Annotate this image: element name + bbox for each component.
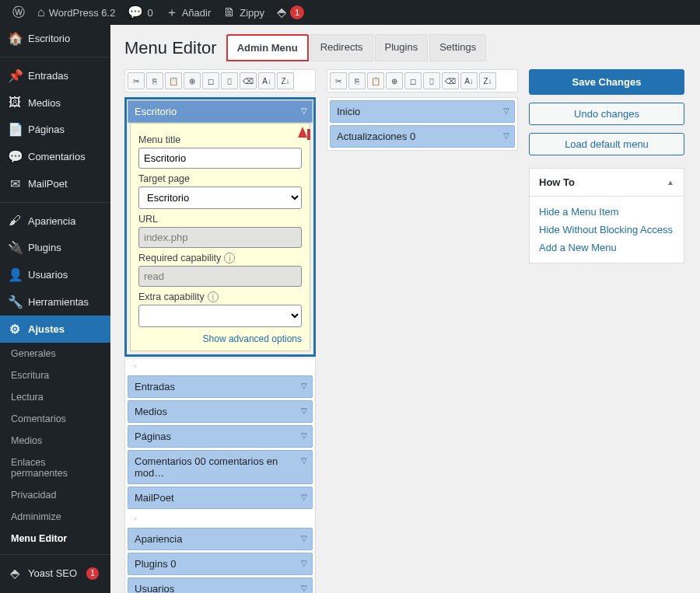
add-new[interactable]: ＋Añadir — [159, 0, 218, 25]
expand-toggle-icon[interactable]: ▽ — [301, 559, 307, 567]
menu-item[interactable]: Apariencia▽ — [128, 528, 313, 550]
sidebar-item-apariencia[interactable]: 🖌Apariencia — [0, 202, 110, 234]
tab-admin-menu[interactable]: Admin Menu — [226, 34, 309, 61]
sidebar-sub-enlaces-permanentes[interactable]: Enlaces permanentes — [0, 452, 110, 484]
menu-list-1: Entradas▽Medios▽Páginas▽Comentarios 00 c… — [124, 359, 316, 593]
sidebar-item-medios[interactable]: 🖼Medios — [0, 89, 110, 116]
site-name[interactable]: ⌂WordPress 6.2 — [31, 0, 121, 25]
mid-toolbar: ✂⎘📋⊕◻⌷⌫A↓Z↓ — [327, 69, 518, 92]
sort-desc-button[interactable]: Z↓ — [277, 72, 294, 89]
add-button[interactable]: ⊕ — [386, 72, 403, 89]
copy-button[interactable]: ⎘ — [146, 72, 163, 89]
info-icon[interactable]: i — [224, 253, 235, 263]
delete-button[interactable]: ⌫ — [240, 72, 257, 89]
sidebar-sub-menu-editor[interactable]: Menu Editor — [0, 528, 110, 549]
new-separator-button[interactable]: ⌷ — [423, 72, 440, 89]
menu-separator[interactable] — [128, 511, 313, 525]
expand-toggle-icon[interactable]: ▽ — [301, 406, 307, 415]
show-advanced-link[interactable]: Show advanced options — [203, 333, 302, 344]
howto-link[interactable]: Hide Without Blocking Access — [539, 221, 674, 239]
menu-item-label: Actualizaciones 0 — [337, 131, 415, 142]
sidebar-item-escritorio[interactable]: 🏠Escritorio — [0, 25, 110, 52]
sidebar-sub-lectura[interactable]: Lectura — [0, 386, 110, 408]
sidebar-item-usuarios[interactable]: 👤Usuarios — [0, 261, 110, 288]
collapse-toggle-icon[interactable]: ▽ — [301, 106, 307, 115]
extra-cap-select[interactable] — [138, 305, 302, 327]
tab-plugins[interactable]: Plugins — [375, 34, 429, 61]
hide-button[interactable]: ◻ — [202, 72, 219, 89]
target-page-select[interactable]: Escritorio — [138, 187, 302, 209]
menu-title-input[interactable] — [138, 148, 302, 169]
sidebar-sub-adminimize[interactable]: Adminimize — [0, 506, 110, 528]
sidebar-item-plugins[interactable]: 🔌Plugins — [0, 234, 110, 261]
menu-item[interactable]: MailPoet▽ — [128, 487, 313, 509]
menu-item[interactable]: Plugins 0▽ — [128, 553, 313, 575]
howto-link[interactable]: Add a New Menu — [539, 239, 674, 256]
sidebar-sub-generales[interactable]: Generales — [0, 343, 110, 365]
menu-item[interactable]: Comentarios 00 comentarios en mod…▽ — [128, 450, 313, 484]
paste-button[interactable]: 📋 — [165, 72, 182, 89]
add-new-label: Añadir — [182, 7, 212, 19]
main-content: Menu Editor Admin MenuRedirectsPluginsSe… — [110, 25, 700, 593]
tab-redirects[interactable]: Redirects — [310, 34, 373, 61]
howto-link[interactable]: Hide a Menu Item — [539, 203, 674, 221]
sidebar-item-comentarios[interactable]: 💬Comentarios — [0, 143, 110, 170]
sort-asc-button[interactable]: A↓ — [460, 72, 478, 89]
sidebar-item-mailpoet[interactable]: ✉MailPoet — [0, 170, 110, 197]
sidebar-sub-escritura[interactable]: Escritura — [0, 365, 110, 386]
expand-toggle-icon[interactable]: ▽ — [301, 382, 307, 390]
yoast-link[interactable]: ⬘1 — [271, 0, 310, 25]
menu-item[interactable]: Páginas▽ — [128, 425, 313, 448]
menu-item[interactable]: Medios▽ — [128, 400, 313, 423]
cut-button[interactable]: ✂ — [128, 72, 145, 89]
sort-asc-icon: A↓ — [464, 77, 474, 85]
sort-asc-button[interactable]: A↓ — [258, 72, 275, 89]
expand-toggle-icon[interactable]: ▽ — [503, 131, 509, 140]
expand-toggle-icon[interactable]: ▽ — [301, 534, 307, 542]
comments-link[interactable]: 💬0 — [121, 0, 159, 25]
add-button[interactable]: ⊕ — [184, 72, 201, 89]
info-icon[interactable]: i — [208, 291, 219, 302]
expand-toggle-icon[interactable]: ▽ — [301, 493, 307, 501]
site-name-label: WordPress 6.2 — [49, 7, 116, 19]
copy-button[interactable]: ⎘ — [348, 72, 366, 89]
sidebar-item-entradas[interactable]: 📌Entradas — [0, 57, 110, 89]
sidebar-sub-medios[interactable]: Medios — [0, 430, 110, 452]
hide-button[interactable]: ◻ — [404, 72, 422, 89]
menu-separator[interactable] — [128, 359, 313, 373]
save-changes-button[interactable]: Save Changes — [529, 69, 684, 95]
sidebar-sub-privacidad[interactable]: Privacidad — [0, 484, 110, 506]
menu-item[interactable]: Inicio▽ — [330, 100, 515, 123]
expand-toggle-icon[interactable]: ▽ — [503, 106, 509, 115]
menu-item[interactable]: Entradas▽ — [128, 375, 313, 398]
menu-item[interactable]: Usuarios▽ — [128, 577, 313, 593]
comments-count: 0 — [147, 7, 152, 19]
menu-item-escritorio[interactable]: Escritorio ▽ — [128, 100, 313, 123]
file-icon: 🗎 — [223, 6, 236, 19]
new-separator-icon: ⌷ — [227, 77, 232, 85]
expand-toggle-icon[interactable]: ▽ — [301, 584, 307, 592]
paste-button[interactable]: 📋 — [367, 72, 384, 89]
howto-header[interactable]: How To ▲ — [530, 169, 684, 197]
sidebar-item-páginas[interactable]: 📄Páginas — [0, 116, 110, 143]
sort-desc-button[interactable]: Z↓ — [479, 72, 496, 89]
zippy-link[interactable]: 🗎Zippy — [217, 0, 271, 25]
collapse-menu[interactable]: ◀ Cerrar menú — [0, 587, 110, 593]
expand-toggle-icon[interactable]: ▽ — [301, 456, 307, 465]
admin-sidebar: 🏠Escritorio📌Entradas🖼Medios📄Páginas💬Come… — [0, 25, 110, 593]
delete-button[interactable]: ⌫ — [442, 72, 459, 89]
menu-item[interactable]: Actualizaciones 0▽ — [330, 125, 515, 148]
undo-changes-button[interactable]: Undo changes — [529, 103, 684, 125]
sidebar-item-ajustes[interactable]: ⚙Ajustes — [0, 316, 110, 343]
wp-logo[interactable]: ⓦ — [6, 0, 31, 25]
sidebar-item-herramientas[interactable]: 🔧Herramientas — [0, 288, 110, 316]
howto-title: How To — [539, 176, 575, 188]
sidebar-item-yoast[interactable]: ⬘ Yoast SEO 1 — [0, 554, 110, 587]
cut-button[interactable]: ✂ — [330, 72, 347, 89]
new-separator-button[interactable]: ⌷ — [221, 72, 238, 89]
load-default-button[interactable]: Load default menu — [529, 133, 684, 155]
sidebar-sub-comentarios[interactable]: Comentarios — [0, 408, 110, 430]
tab-settings[interactable]: Settings — [429, 34, 486, 61]
expand-toggle-icon[interactable]: ▽ — [301, 431, 307, 440]
hide-icon: ◻ — [410, 77, 416, 85]
